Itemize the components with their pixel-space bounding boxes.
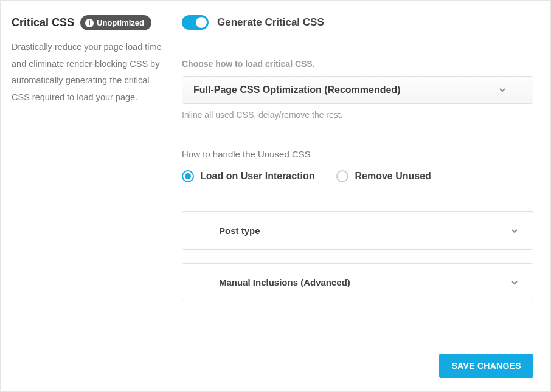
unused-css-label: How to handle the Unused CSS	[182, 149, 533, 159]
radio-remove-unused[interactable]: Remove Unused	[336, 170, 431, 182]
section-description: Drastically reduce your page load time a…	[12, 39, 165, 106]
accordion-title: Post type	[197, 225, 260, 236]
radio-label: Remove Unused	[355, 171, 431, 182]
select-value: Full-Page CSS Optimization (Recommended)	[193, 84, 400, 95]
toggle-knob	[196, 17, 207, 28]
save-button[interactable]: SAVE CHANGES	[439, 354, 533, 378]
accordion-manual-inclusions[interactable]: Manual Inclusions (Advanced)	[182, 263, 533, 301]
left-sidebar: Critical CSS i Unoptimized Drastically r…	[12, 15, 182, 328]
load-method-select[interactable]: Full-Page CSS Optimization (Recommended)	[182, 76, 533, 104]
chevron-down-icon	[511, 279, 518, 286]
badge-text: Unoptimized	[97, 18, 144, 27]
toggle-label: Generate Critical CSS	[217, 16, 324, 29]
radio-load-on-interaction[interactable]: Load on User Interaction	[182, 170, 314, 182]
info-icon: i	[85, 19, 94, 27]
chevron-down-icon	[499, 86, 506, 94]
radio-input	[336, 170, 348, 182]
radio-label: Load on User Interaction	[200, 171, 314, 182]
radio-input	[182, 170, 194, 182]
load-method-helper: Inline all used CSS, delay/remove the re…	[182, 110, 533, 120]
load-method-label: Choose how to load critical CSS.	[182, 59, 533, 69]
chevron-down-icon	[511, 227, 518, 235]
generate-toggle[interactable]	[182, 15, 209, 30]
footer: SAVE CHANGES	[1, 340, 550, 391]
accordion-title: Manual Inclusions (Advanced)	[197, 277, 350, 287]
section-title: Critical CSS	[12, 16, 74, 29]
status-badge: i Unoptimized	[80, 15, 151, 30]
settings-panel: Generate Critical CSS Choose how to load…	[182, 15, 533, 328]
accordion-post-type[interactable]: Post type	[182, 211, 533, 250]
